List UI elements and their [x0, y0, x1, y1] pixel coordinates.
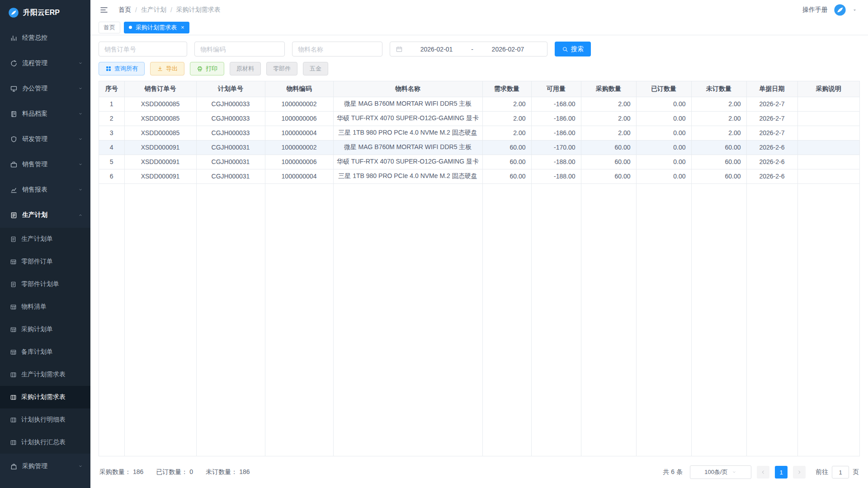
tabbar: 首页 采购计划需求表 ×	[90, 20, 868, 35]
goto-page: 前往 页	[816, 466, 859, 479]
columns-icon	[10, 417, 17, 423]
breadcrumb-separator: /	[135, 6, 137, 14]
app-logo: 升阳云ERP	[0, 0, 90, 25]
chevron-up-icon	[78, 212, 83, 218]
column-header: 物料编码	[265, 81, 333, 97]
search-button[interactable]: 搜索	[555, 42, 591, 56]
table-row[interactable]: 5XSDD000091CGJH0000311000000006华硕 TUF-RT…	[99, 155, 859, 169]
summary-purchase-qty: 采购数量：186	[99, 468, 143, 476]
chevron-left-icon	[760, 469, 766, 475]
summary-stats: 采购数量：186 已订数量：0 未订数量：186	[99, 468, 250, 476]
table-header-row: 序号销售订单号计划单号物料编码物料名称需求数量可用量采购数量已订数量未订数量单据…	[99, 81, 859, 97]
column-header: 物料名称	[333, 81, 482, 97]
sidebar-item-parts-plan-order[interactable]: 零部件计划单	[0, 273, 90, 296]
breadcrumb-separator: /	[170, 6, 172, 14]
active-tab-dot	[129, 26, 132, 29]
plan-icon	[10, 211, 18, 219]
table-filler-row	[99, 183, 859, 456]
close-icon[interactable]: ×	[181, 24, 184, 30]
grid-icon	[105, 66, 112, 72]
sidebar-item-production-plan[interactable]: 生产计划	[0, 202, 90, 228]
sidebar-item-materials[interactable]: 料品档案	[0, 101, 90, 127]
rnd-icon	[10, 136, 18, 143]
next-page-button[interactable]	[793, 466, 806, 479]
sidebar-item-stock-plan-order[interactable]: 备库计划单	[0, 341, 90, 363]
table-row[interactable]: 4XSDD000091CGJH0000311000000002微星 MAG B7…	[99, 140, 859, 155]
hardware-button[interactable]: 五金	[303, 62, 328, 75]
material-code-input[interactable]	[194, 42, 285, 56]
main-area: 首页 / 生产计划 / 采购计划需求表 操作手册 首页 采购计划需求表 ×	[90, 0, 868, 488]
manual-link[interactable]: 操作手册	[802, 6, 828, 14]
date-end-input[interactable]	[474, 45, 542, 53]
column-header: 需求数量	[482, 81, 531, 97]
sidebar-item-plan-exec-summary[interactable]: 计划执行汇总表	[0, 431, 90, 454]
sidebar-item-office[interactable]: 办公管理	[0, 76, 90, 101]
goto-page-input[interactable]	[832, 466, 849, 479]
prev-page-button[interactable]	[757, 466, 769, 479]
export-button[interactable]: 导出	[150, 62, 184, 75]
order-icon	[10, 304, 17, 310]
sidebar-item-rnd[interactable]: 研发管理	[0, 127, 90, 152]
sidebar-item-parts-order[interactable]: 零部件订单	[0, 250, 90, 273]
order-icon	[10, 349, 17, 356]
topbar-right: 操作手册	[802, 4, 857, 16]
chevron-down-icon	[78, 187, 83, 192]
filter-bar: - 搜索	[99, 42, 860, 56]
tab-home[interactable]: 首页	[99, 22, 120, 33]
user-avatar[interactable]	[834, 4, 846, 16]
tab-purchase-plan-demand[interactable]: 采购计划需求表 ×	[124, 22, 189, 33]
sidebar-toggle-button[interactable]	[99, 5, 108, 14]
raw-material-button[interactable]: 原材料	[230, 62, 261, 75]
columns-icon	[10, 371, 17, 378]
sidebar-item-purchase-plan-order[interactable]: 采购计划单	[0, 318, 90, 341]
chevron-down-icon	[78, 464, 83, 469]
sidebar-item-workshop[interactable]: 车间设置	[0, 479, 90, 488]
sidebar-item-plan-exec-detail[interactable]: 计划执行明细表	[0, 408, 90, 431]
column-header: 计划单号	[196, 81, 265, 97]
page-size-select[interactable]: 100条/页	[690, 465, 751, 479]
order-icon	[10, 258, 17, 265]
page-1-button[interactable]: 1	[775, 466, 788, 479]
column-header: 采购说明	[797, 81, 859, 97]
column-header: 可用量	[531, 81, 581, 97]
chevron-down-icon	[78, 61, 83, 66]
date-separator: -	[470, 46, 474, 53]
sidebar-item-purchase[interactable]: 采购管理	[0, 454, 90, 479]
breadcrumb-production-plan[interactable]: 生产计划	[141, 6, 166, 14]
chevron-down-icon	[78, 162, 83, 167]
calendar-icon	[396, 46, 403, 53]
doc-icon	[10, 281, 17, 288]
column-header: 采购数量	[581, 81, 636, 97]
sidebar-item-purchase-plan-demand[interactable]: 采购计划需求表	[0, 386, 90, 408]
report-icon	[10, 186, 18, 194]
print-button[interactable]: 打印	[190, 62, 224, 75]
sales-order-input[interactable]	[99, 42, 187, 56]
office-icon	[10, 85, 18, 93]
flow-icon	[10, 60, 18, 67]
sidebar-item-sales-report[interactable]: 销售报表	[0, 177, 90, 202]
query-all-button[interactable]: 查询所有	[99, 62, 145, 75]
sidebar-item-sales[interactable]: 销售管理	[0, 152, 90, 177]
chevron-down-icon[interactable]	[852, 8, 857, 13]
sidebar-item-production-plan-demand[interactable]: 生产计划需求表	[0, 363, 90, 386]
sidebar-item-bom-list[interactable]: 物料清单	[0, 296, 90, 318]
table-row[interactable]: 2XSDD000085CGJH0000331000000006华硕 TUF-RT…	[99, 111, 859, 126]
sidebar-item-dashboard[interactable]: 经营总控	[0, 25, 90, 51]
date-range-picker[interactable]: -	[390, 42, 547, 56]
table-row[interactable]: 3XSDD000085CGJH0000331000000004三星 1TB 98…	[99, 126, 859, 140]
order-icon	[10, 326, 17, 333]
date-start-input[interactable]	[403, 45, 470, 53]
sidebar-item-process[interactable]: 流程管理	[0, 51, 90, 76]
column-header: 销售订单号	[124, 81, 196, 97]
printer-icon	[197, 66, 203, 72]
export-icon	[157, 66, 163, 72]
app-root: 升阳云ERP 经营总控流程管理办公管理料品档案研发管理销售管理销售报表生产计划生…	[0, 0, 868, 488]
sidebar-item-production-plan-order[interactable]: 生产计划单	[0, 228, 90, 250]
table-row[interactable]: 6XSDD000091CGJH0000311000000004三星 1TB 98…	[99, 169, 859, 183]
breadcrumb-home[interactable]: 首页	[118, 6, 131, 14]
material-name-input[interactable]	[292, 42, 382, 56]
table-row[interactable]: 1XSDD000085CGJH0000331000000002微星 MAG B7…	[99, 97, 859, 111]
parts-button[interactable]: 零部件	[266, 62, 297, 75]
logo-icon	[8, 7, 19, 18]
purchase-icon	[10, 463, 18, 470]
